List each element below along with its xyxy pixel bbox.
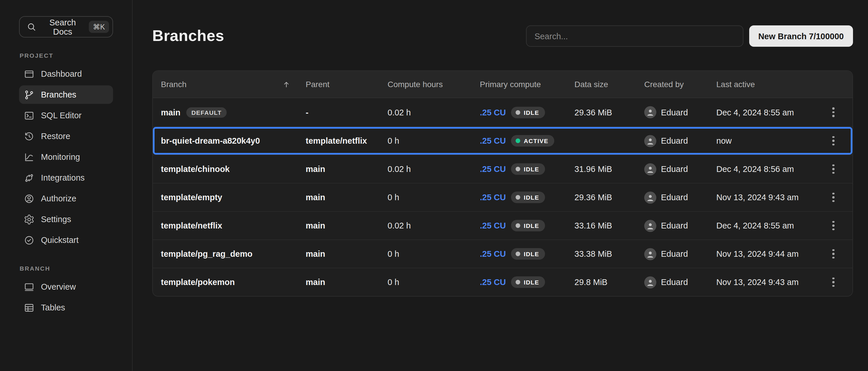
table-row[interactable]: main DEFAULT - 0.02 h .25 CU IDLE 29.36 … <box>153 98 852 126</box>
kebab-menu-icon[interactable] <box>825 104 841 120</box>
kebab-menu-icon[interactable] <box>825 189 841 206</box>
status-badge: ACTIVE <box>511 135 554 147</box>
compute-hours-cell: 0 h <box>388 249 480 258</box>
search-icon <box>27 22 36 32</box>
new-branch-button[interactable]: New Branch 7/100000 <box>749 25 853 47</box>
compute-size: .25 CU <box>480 249 506 258</box>
data-size-cell: 29.36 MiB <box>575 193 644 202</box>
status-dot <box>516 167 520 172</box>
column-header-parent[interactable]: Parent <box>306 80 388 89</box>
sidebar-item-monitoring[interactable]: Monitoring <box>19 148 113 166</box>
status-badge: IDLE <box>511 163 545 175</box>
created-by-cell: Eduard <box>644 163 716 175</box>
sidebar-item-label: Settings <box>41 215 71 224</box>
settings-icon <box>24 214 35 225</box>
created-by-cell: Eduard <box>644 276 716 288</box>
sidebar-item-sql-editor[interactable]: SQL Editor <box>19 106 113 125</box>
sidebar-item-label: Restore <box>41 131 70 141</box>
parent-cell: main <box>306 164 388 174</box>
page-header: Branches New Branch 7/100000 <box>152 17 853 55</box>
branch-search-input[interactable] <box>526 25 743 47</box>
status-dot <box>516 252 520 256</box>
sidebar-item-label: SQL Editor <box>41 111 82 120</box>
status-badge: IDLE <box>511 276 545 288</box>
sidebar-item-label: Dashboard <box>41 69 82 79</box>
page-title: Branches <box>152 27 224 45</box>
dashboard-icon <box>24 68 35 79</box>
branch-name: br-quiet-dream-a820k4y0 <box>161 136 260 145</box>
compute-hours-cell: 0.02 h <box>388 164 480 174</box>
branch-name: template/chinook <box>161 164 230 174</box>
sidebar: Search Docs ⌘K PROJECT Dashboard Branche… <box>0 0 133 371</box>
compute-hours-cell: 0 h <box>388 193 480 202</box>
sidebar-item-authorize[interactable]: Authorize <box>19 189 113 208</box>
avatar <box>644 276 656 288</box>
sidebar-item-dashboard[interactable]: Dashboard <box>19 65 113 83</box>
integrations-icon <box>24 172 35 183</box>
table-row[interactable]: template/netflix main 0.02 h .25 CU IDLE… <box>153 211 852 240</box>
avatar <box>644 106 656 118</box>
column-header-created-by[interactable]: Created by <box>644 80 716 89</box>
kebab-menu-icon[interactable] <box>825 218 841 234</box>
sidebar-item-settings[interactable]: Settings <box>19 210 113 228</box>
compute-hours-cell: 0.02 h <box>388 221 480 230</box>
last-active-cell: Nov 13, 2024 9:43 am <box>716 193 814 202</box>
column-header-data-size[interactable]: Data size <box>575 80 644 89</box>
kebab-menu-icon[interactable] <box>825 246 841 262</box>
column-header-branch[interactable]: Branch <box>153 80 306 89</box>
avatar <box>644 163 656 175</box>
sidebar-item-quickstart[interactable]: Quickstart <box>19 231 113 249</box>
table-row[interactable]: template/empty main 0 h .25 CU IDLE 29.3… <box>153 183 852 211</box>
compute-hours-cell: 0 h <box>388 136 480 145</box>
branch-name: main <box>161 107 181 117</box>
sort-asc-icon[interactable] <box>282 80 291 89</box>
column-header-last-active[interactable]: Last active <box>716 80 814 89</box>
sidebar-item-restore[interactable]: Restore <box>19 127 113 145</box>
parent-cell: main <box>306 221 388 230</box>
sidebar-item-branches[interactable]: Branches <box>19 85 113 104</box>
status-badge: IDLE <box>511 248 545 260</box>
compute-size: .25 CU <box>480 107 506 117</box>
avatar <box>644 191 656 204</box>
branches-icon <box>24 89 35 100</box>
status-dot <box>516 195 520 199</box>
parent-cell: main <box>306 278 388 287</box>
table-row[interactable]: template/pokemon main 0 h .25 CU IDLE 29… <box>153 268 852 296</box>
overview-icon <box>24 281 35 292</box>
search-docs-button[interactable]: Search Docs ⌘K <box>19 16 113 37</box>
search-docs-shortcut: ⌘K <box>89 21 109 33</box>
section-label-project: PROJECT <box>20 52 113 59</box>
sidebar-item-integrations[interactable]: Integrations <box>19 168 113 187</box>
branch-name: template/pg_rag_demo <box>161 249 253 258</box>
data-size-cell: 31.96 MiB <box>575 164 644 174</box>
sidebar-item-label: Quickstart <box>41 236 79 245</box>
branch-name: template/pokemon <box>161 278 235 287</box>
column-header-primary-compute[interactable]: Primary compute <box>480 80 575 89</box>
created-by-cell: Eduard <box>644 220 716 231</box>
monitoring-icon <box>24 151 35 162</box>
status-dot <box>516 280 520 284</box>
created-by-cell: Eduard <box>644 191 716 204</box>
kebab-menu-icon[interactable] <box>825 133 841 149</box>
kebab-menu-icon[interactable] <box>825 274 841 290</box>
created-by-cell: Eduard <box>644 106 716 118</box>
table-row-selected[interactable]: br-quiet-dream-a820k4y0 template/netflix… <box>153 126 852 155</box>
column-header-compute-hours[interactable]: Compute hours <box>388 80 480 89</box>
sql-editor-icon <box>24 110 35 121</box>
table-row[interactable]: template/pg_rag_demo main 0 h .25 CU IDL… <box>153 240 852 268</box>
tables-icon <box>24 302 35 313</box>
branch-name: template/empty <box>161 193 222 202</box>
table-row[interactable]: template/chinook main 0.02 h .25 CU IDLE… <box>153 155 852 183</box>
last-active-cell: Nov 13, 2024 9:43 am <box>716 278 814 287</box>
sidebar-item-overview[interactable]: Overview <box>19 278 113 296</box>
avatar <box>644 135 656 147</box>
sidebar-item-tables[interactable]: Tables <box>19 298 113 317</box>
main-content: Branches New Branch 7/100000 Branch Pare… <box>133 0 868 371</box>
branches-table: Branch Parent Compute hours Primary comp… <box>152 70 853 297</box>
search-docs-label: Search Docs <box>41 18 84 36</box>
data-size-cell: 33.16 MiB <box>575 221 644 230</box>
created-by-cell: Eduard <box>644 135 716 147</box>
kebab-menu-icon[interactable] <box>825 161 841 177</box>
compute-size: .25 CU <box>480 221 506 230</box>
branch-name: template/netflix <box>161 221 222 230</box>
